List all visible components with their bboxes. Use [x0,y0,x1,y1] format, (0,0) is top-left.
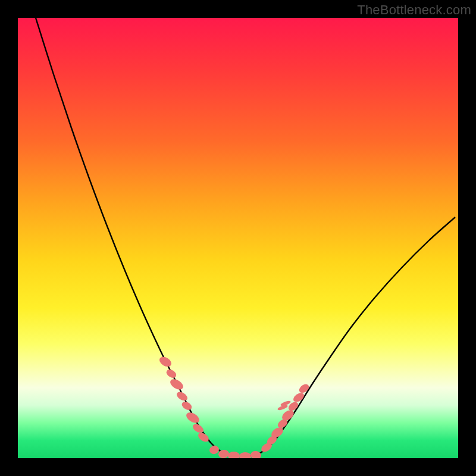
curve-marker [228,452,240,458]
chart-svg [18,18,458,458]
curve-marker [184,411,201,425]
bottleneck-curve [36,18,455,456]
curve-markers [158,355,311,458]
curve-marker [175,390,189,403]
curve-marker [165,368,178,380]
curve-marker [168,377,185,392]
curve-marker [208,444,220,456]
watermark-text: TheBottleneck.com [357,2,471,18]
curve-marker [239,452,251,458]
curve-marker [298,383,311,394]
curve-marker [250,450,262,458]
curve-marker [180,400,193,412]
curve-marker [158,355,173,369]
chart-frame [18,18,458,458]
